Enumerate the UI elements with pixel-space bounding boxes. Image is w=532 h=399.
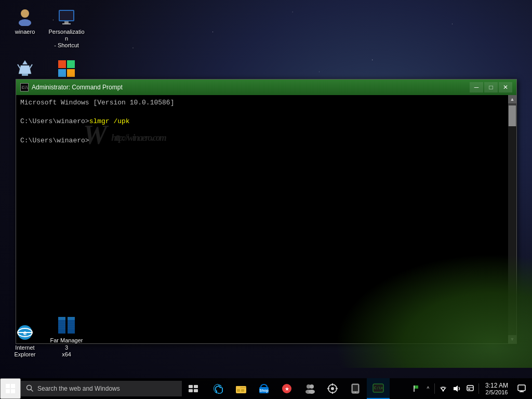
taskbar-settings[interactable] bbox=[321, 378, 344, 399]
tray-network-icon[interactable] bbox=[437, 378, 449, 399]
minimize-button[interactable]: ─ bbox=[470, 82, 483, 92]
svg-rect-63 bbox=[353, 385, 358, 391]
svg-rect-4 bbox=[64, 21, 69, 23]
taskbar-store[interactable]: Shop bbox=[252, 378, 275, 399]
svg-text:e: e bbox=[23, 329, 27, 337]
svg-marker-70 bbox=[454, 385, 458, 392]
action-center-button[interactable] bbox=[513, 378, 530, 399]
scrollbar-track bbox=[508, 126, 516, 335]
personalization-label: Personalization- Shortcut bbox=[48, 29, 85, 49]
taskbar: Search the web and Windows bbox=[0, 378, 532, 399]
taskbar-explorer[interactable] bbox=[230, 378, 252, 399]
scrollbar-down-arrow[interactable]: ▼ bbox=[508, 335, 516, 343]
cmd-line-3: C:\Users\winaero>slmgr /upk bbox=[20, 117, 504, 126]
cmd-line-4 bbox=[20, 127, 504, 136]
tray-volume-icon[interactable] bbox=[450, 378, 463, 399]
ie-label: InternetExplorer bbox=[15, 344, 36, 358]
clock-date: 2/5/2016 bbox=[486, 389, 508, 395]
svg-rect-42 bbox=[189, 389, 193, 392]
svg-rect-60 bbox=[327, 388, 329, 389]
svg-rect-7 bbox=[58, 60, 66, 68]
taskview-button[interactable] bbox=[182, 378, 205, 399]
scrollbar-thumb[interactable] bbox=[509, 105, 516, 126]
svg-point-64 bbox=[355, 392, 356, 393]
taskbar-cmd[interactable]: C:\>_ bbox=[367, 378, 390, 399]
close-button[interactable]: ✕ bbox=[499, 82, 512, 92]
winaero-icon bbox=[15, 6, 35, 27]
svg-rect-74 bbox=[518, 385, 525, 391]
cmd-body-wrapper: Microsoft Windows [Version 10.0.10586] C… bbox=[16, 95, 516, 343]
svg-rect-45 bbox=[236, 386, 241, 388]
svg-rect-67 bbox=[414, 385, 418, 389]
search-bar[interactable]: Search the web and Windows bbox=[21, 381, 182, 396]
taskbar-app1[interactable]: ★ bbox=[275, 378, 298, 399]
tray-separator bbox=[434, 383, 435, 394]
svg-point-0 bbox=[21, 9, 29, 18]
svg-line-39 bbox=[31, 389, 33, 391]
svg-rect-9 bbox=[58, 69, 66, 77]
start-square-2 bbox=[11, 384, 15, 388]
cmd-titlebar-icon: C:\ bbox=[20, 83, 29, 91]
svg-text:C:\>_: C:\>_ bbox=[374, 386, 384, 390]
taskbar-people[interactable] bbox=[298, 378, 321, 399]
start-button[interactable] bbox=[0, 378, 21, 399]
tray-separator-2 bbox=[478, 383, 479, 394]
recycle-icon bbox=[15, 58, 35, 79]
taskbar-pinned-apps: Shop ★ bbox=[207, 378, 390, 399]
farmanager-label: Far Manager 3x64 bbox=[48, 337, 85, 358]
cmd-line-1: Microsoft Windows [Version 10.0.10586] bbox=[20, 98, 504, 108]
svg-point-69 bbox=[442, 390, 444, 392]
clock-time: 3:12 AM bbox=[485, 382, 508, 389]
svg-point-57 bbox=[331, 387, 334, 390]
cmd-controls: ─ □ ✕ bbox=[470, 82, 512, 92]
search-placeholder-text: Search the web and Windows bbox=[37, 385, 120, 392]
clock[interactable]: 3:12 AM 2/5/2016 bbox=[481, 378, 512, 399]
start-square-4 bbox=[11, 389, 15, 393]
search-icon bbox=[26, 384, 33, 393]
cmd-line-5: C:\Users\winaero> bbox=[20, 136, 504, 145]
personalization-icon bbox=[56, 6, 77, 27]
svg-rect-8 bbox=[67, 60, 75, 68]
cmd-titlebar[interactable]: C:\ Administrator: Command Prompt ─ □ ✕ bbox=[16, 79, 516, 95]
maximize-button[interactable]: □ bbox=[484, 82, 498, 92]
svg-rect-59 bbox=[332, 392, 333, 394]
start-square-3 bbox=[6, 389, 10, 393]
desktop-icon-winaero[interactable]: winaero bbox=[4, 4, 46, 37]
svg-rect-10 bbox=[67, 69, 75, 77]
svg-point-55 bbox=[309, 390, 315, 394]
start-icon bbox=[6, 384, 15, 393]
farmanager-icon bbox=[56, 315, 77, 336]
svg-rect-47 bbox=[241, 389, 244, 392]
svg-text:C:\: C:\ bbox=[22, 86, 28, 90]
tray-expand-button[interactable]: ^ bbox=[424, 378, 432, 399]
desktop-icon-ie[interactable]: e InternetExplorer bbox=[4, 320, 46, 360]
cmd-line-2 bbox=[20, 108, 504, 117]
scrollbar-up-arrow[interactable]: ▲ bbox=[508, 95, 516, 103]
cmd-window[interactable]: C:\ Administrator: Command Prompt ─ □ ✕ … bbox=[16, 79, 517, 344]
cmd-scrollbar[interactable]: ▲ ▼ bbox=[508, 95, 516, 343]
ie-icon: e bbox=[15, 322, 35, 343]
svg-rect-43 bbox=[194, 389, 198, 392]
svg-rect-6 bbox=[22, 74, 28, 76]
desktop-icon-farmanager[interactable]: Far Manager 3x64 bbox=[46, 313, 87, 360]
svg-rect-71 bbox=[467, 385, 473, 391]
desktop: winaero Personalization- Shortcut Rec... bbox=[0, 0, 532, 399]
cmd-title-text: Administrator: Command Prompt bbox=[32, 84, 470, 91]
svg-point-1 bbox=[19, 19, 31, 26]
cmd-body[interactable]: Microsoft Windows [Version 10.0.10586] C… bbox=[16, 95, 508, 343]
svg-text:★: ★ bbox=[285, 386, 289, 392]
start-square-1 bbox=[6, 384, 10, 388]
taskbar-edge[interactable] bbox=[207, 378, 230, 399]
winaero-label: winaero bbox=[15, 29, 35, 35]
windows-logo-icon bbox=[56, 58, 77, 79]
svg-rect-58 bbox=[332, 383, 333, 385]
tray-flag-icon[interactable] bbox=[410, 378, 423, 399]
svg-rect-40 bbox=[189, 385, 193, 388]
tray-notification-icon[interactable] bbox=[464, 378, 476, 399]
taskbar-tablet[interactable] bbox=[344, 378, 367, 399]
svg-rect-41 bbox=[194, 385, 198, 388]
svg-rect-28 bbox=[58, 317, 65, 320]
svg-rect-61 bbox=[336, 388, 338, 389]
svg-rect-5 bbox=[62, 23, 71, 24]
desktop-icon-personalization[interactable]: Personalization- Shortcut bbox=[46, 4, 87, 51]
